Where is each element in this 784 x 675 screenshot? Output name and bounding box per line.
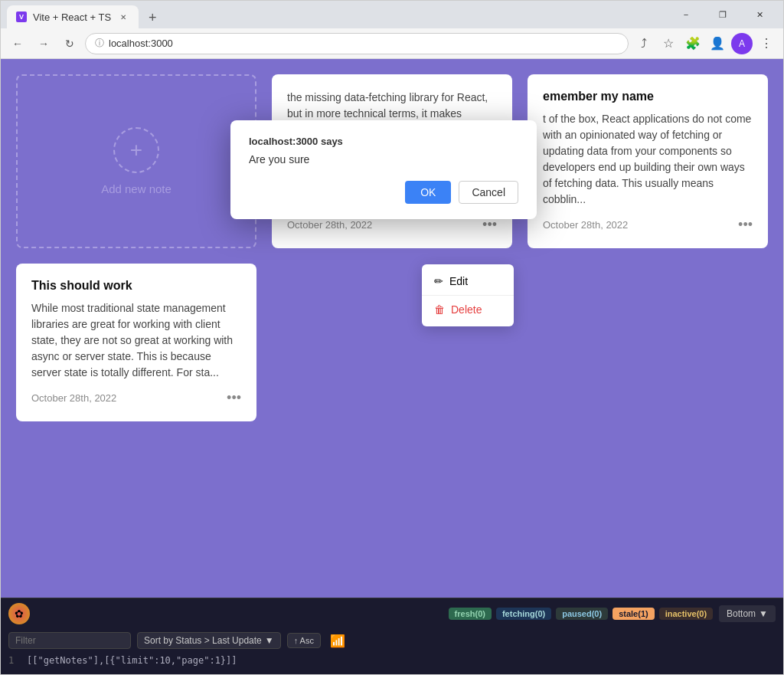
bookmark-icon[interactable]: ☆ [658, 33, 679, 54]
reload-button[interactable]: ↻ [59, 33, 80, 54]
main-content: + Add new note the missing data-fetching… [1, 59, 783, 598]
position-arrow-icon: ▼ [759, 608, 768, 619]
tab-close-button[interactable]: ✕ [117, 11, 129, 23]
badge-fetching[interactable]: fetching(0) [496, 608, 551, 620]
dialog-source: localhost:3000 says [249, 136, 518, 147]
confirm-dialog: localhost:3000 says Are you sure OK Canc… [230, 120, 537, 219]
query-line-number: 1 [8, 655, 21, 666]
close-button[interactable]: ✕ [742, 2, 777, 27]
sort-label: Sort by Status > Last Update [144, 635, 262, 646]
profile-shape-icon[interactable]: 👤 [707, 33, 728, 54]
devtools-top-row: ✿ fresh(0) fetching(0) paused(0) stale(1… [1, 598, 783, 629]
dialog-message: Are you sure [249, 153, 518, 165]
url-text: localhost:3000 [109, 38, 173, 49]
dialog-buttons: OK Cancel [249, 181, 518, 204]
minimize-button[interactable]: − [668, 2, 704, 27]
badge-inactive[interactable]: inactive(0) [659, 608, 713, 620]
new-tab-button[interactable]: + [142, 7, 163, 28]
extension-icon[interactable]: 🧩 [682, 33, 704, 54]
address-bar: ← → ↻ ⓘ localhost:3000 ⤴ ☆ 🧩 👤 A ⋮ [1, 28, 783, 59]
tab-title: Vite + React + TS [33, 11, 111, 23]
forward-button[interactable]: → [33, 33, 54, 54]
url-secure-icon: ⓘ [95, 37, 104, 50]
badge-fresh[interactable]: fresh(0) [449, 608, 492, 620]
dialog-overlay: localhost:3000 says Are you sure OK Canc… [1, 59, 783, 598]
status-badges: fresh(0) fetching(0) paused(0) stale(1) … [449, 608, 714, 620]
share-icon[interactable]: ⤴ [633, 33, 655, 54]
badge-stale[interactable]: stale(1) [612, 608, 655, 620]
devtools-bottom-row: 1 [["getNotes"],[{"limit":10,"page":1}]] [1, 652, 783, 669]
dialog-ok-button[interactable]: OK [405, 181, 451, 204]
active-tab[interactable]: V Vite + React + TS ✕ [7, 5, 139, 28]
browser-window: V Vite + React + TS ✕ + − ❐ ✕ ← → ↻ ⓘ lo… [0, 0, 784, 675]
asc-button[interactable]: ↑ Asc [287, 633, 321, 648]
badge-paused[interactable]: paused(0) [556, 608, 608, 620]
maximize-button[interactable]: ❐ [705, 2, 740, 27]
back-button[interactable]: ← [7, 33, 28, 54]
query-text: [["getNotes"],[{"limit":10,"page":1}]] [27, 655, 237, 666]
sort-arrow-icon: ▼ [265, 635, 274, 646]
profile-avatar[interactable]: A [731, 33, 753, 54]
sort-dropdown[interactable]: Sort by Status > Last Update ▼ [137, 632, 281, 649]
position-label: Bottom [727, 608, 756, 619]
menu-icon[interactable]: ⋮ [756, 33, 777, 54]
position-button[interactable]: Bottom ▼ [719, 605, 776, 622]
wifi-icon: 📶 [330, 634, 345, 648]
dialog-cancel-button[interactable]: Cancel [459, 181, 518, 204]
devtools-middle-row: Sort by Status > Last Update ▼ ↑ Asc 📶 [1, 629, 783, 652]
title-bar: V Vite + React + TS ✕ + − ❐ ✕ [1, 1, 783, 28]
toolbar-icons: ⤴ ☆ 🧩 👤 A ⋮ [633, 33, 777, 54]
devtools-bar: ✿ fresh(0) fetching(0) paused(0) stale(1… [1, 598, 783, 674]
devtools-logo: ✿ [8, 603, 30, 624]
window-controls: − ❐ ✕ [668, 2, 777, 27]
tab-bar: V Vite + React + TS ✕ + [7, 1, 163, 28]
tab-favicon: V [16, 11, 27, 22]
devtools-filter-input[interactable] [8, 632, 131, 649]
url-bar[interactable]: ⓘ localhost:3000 [85, 33, 629, 54]
